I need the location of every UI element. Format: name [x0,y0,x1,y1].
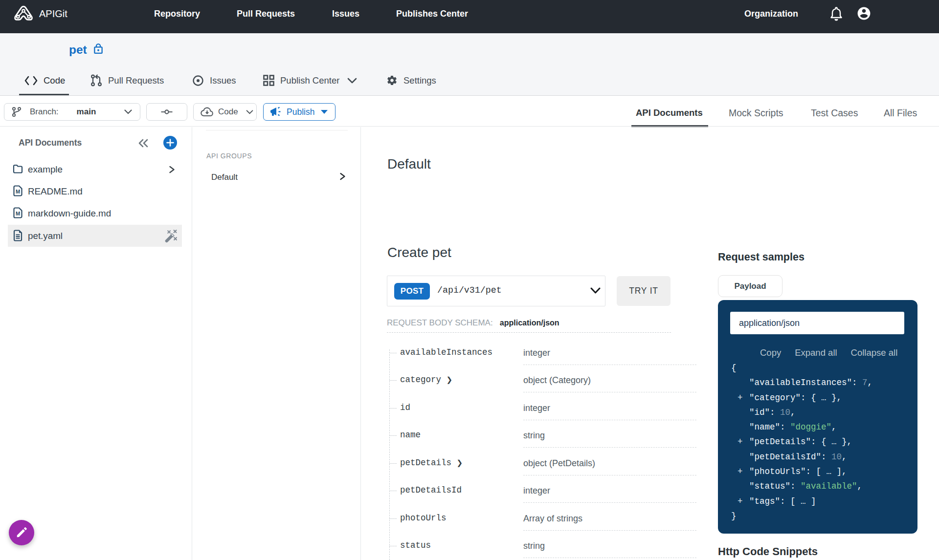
svg-text:M: M [16,189,20,194]
svg-text:M: M [16,211,20,216]
